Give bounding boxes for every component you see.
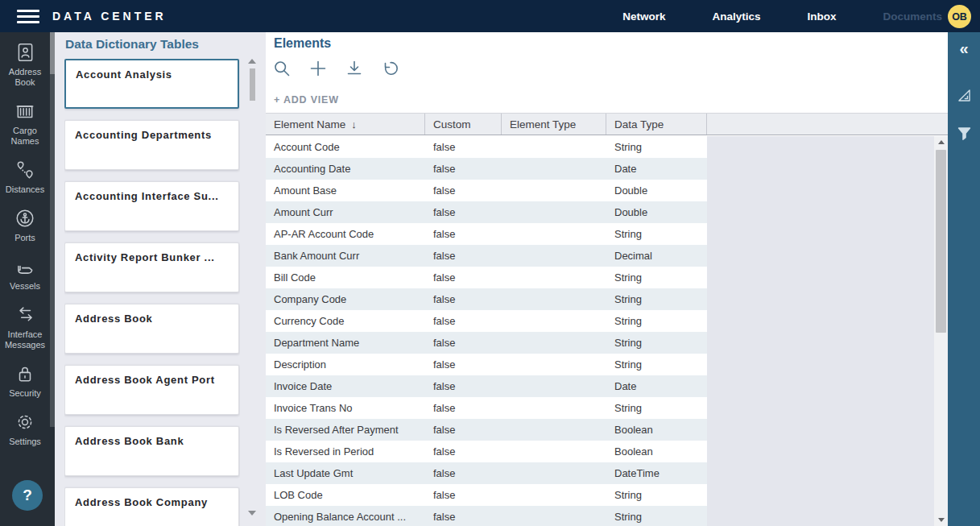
- cell-custom: false: [425, 375, 502, 397]
- search-button[interactable]: [273, 60, 291, 77]
- table-row[interactable]: Bank Amount Curr false Decimal: [266, 245, 707, 267]
- help-button[interactable]: ?: [12, 480, 43, 511]
- cell-data-type: Decimal: [606, 245, 707, 267]
- sidebar: Address Book Cargo Names Distances: [0, 32, 50, 526]
- ship-icon: [14, 256, 35, 277]
- menu-icon[interactable]: [17, 10, 39, 23]
- table-row[interactable]: Last Update Gmt false DateTime: [266, 462, 707, 484]
- list-scroll-down-icon[interactable]: [248, 511, 256, 516]
- table-row[interactable]: Currency Code false String: [266, 310, 707, 332]
- table-row[interactable]: Is Reversed After Payment false Boolean: [266, 419, 707, 441]
- cell-element-type: [502, 375, 606, 397]
- column-header-element-name[interactable]: Element Name ↓: [266, 114, 425, 135]
- cell-custom: false: [425, 223, 502, 245]
- column-header-data-type[interactable]: Data Type: [606, 114, 707, 135]
- add-view-button[interactable]: + ADD VIEW: [274, 94, 339, 106]
- sidebar-item-security[interactable]: Security: [0, 363, 50, 399]
- sidebar-item-distances[interactable]: Distances: [0, 159, 50, 195]
- table-card-title: Address Book: [65, 304, 238, 325]
- add-button[interactable]: [309, 60, 327, 77]
- table-row[interactable]: LOB Code false String: [266, 484, 707, 506]
- cell-element-name: Is Reversed in Period: [266, 441, 425, 462]
- table-row[interactable]: Opening Balance Account ... false String: [266, 506, 707, 526]
- table-card[interactable]: Address Book: [64, 304, 239, 354]
- anchor-icon: [14, 208, 35, 229]
- undo-button[interactable]: [382, 60, 399, 77]
- table-card[interactable]: Accounting Interface Su...: [64, 181, 239, 231]
- cell-element-type: [502, 288, 606, 310]
- cell-element-name: Description: [266, 354, 425, 375]
- cell-element-type: [502, 506, 606, 526]
- table-scrollbar[interactable]: [934, 136, 948, 526]
- search-icon: [273, 60, 291, 77]
- cell-data-type: Double: [606, 201, 707, 223]
- sidebar-item-interface-messages[interactable]: Interface Messages: [0, 304, 50, 350]
- cell-custom: false: [425, 136, 502, 158]
- table-card-title: Account Analysis: [66, 60, 238, 81]
- list-scroll-up-icon[interactable]: [248, 59, 256, 64]
- table-card[interactable]: Account Analysis: [64, 59, 239, 109]
- table-row[interactable]: Company Code false String: [266, 288, 707, 310]
- table-row[interactable]: Description false String: [266, 354, 707, 375]
- sidebar-item-ports[interactable]: Ports: [0, 208, 50, 243]
- cargo-container-icon: [14, 101, 35, 122]
- swap-arrows-icon: [14, 304, 35, 325]
- cell-element-type: [502, 267, 606, 288]
- cell-custom: false: [425, 506, 502, 526]
- cell-element-name: LOB Code: [266, 484, 425, 506]
- table-row[interactable]: Amount Base false Double: [266, 180, 707, 201]
- download-button[interactable]: [345, 60, 363, 77]
- avatar[interactable]: OB: [948, 5, 971, 28]
- elements-toolbar: [273, 60, 399, 77]
- cell-element-name: Amount Base: [266, 180, 425, 201]
- sidebar-item-label: Interface Messages: [0, 329, 50, 350]
- table-card[interactable]: Address Book Agent Port: [64, 365, 239, 415]
- table-row[interactable]: Account Code false String: [266, 136, 707, 158]
- scroll-down-button[interactable]: [934, 514, 948, 526]
- table-card[interactable]: Address Book Bank: [64, 426, 239, 476]
- column-header-custom[interactable]: Custom: [425, 114, 502, 135]
- cell-data-type: Boolean: [606, 419, 707, 441]
- table-scrollbar-thumb[interactable]: [936, 150, 946, 333]
- table-row[interactable]: Accounting Date false Date: [266, 158, 707, 180]
- collapse-panel-button[interactable]: «: [948, 36, 980, 60]
- cell-data-type: DateTime: [606, 462, 707, 484]
- filter-button[interactable]: [948, 121, 980, 145]
- table-row[interactable]: Bill Code false String: [266, 267, 707, 288]
- table-row[interactable]: Invoice Date false Date: [266, 375, 707, 397]
- table-card[interactable]: Activity Report Bunker ...: [64, 242, 239, 292]
- column-header-filler: [707, 114, 948, 135]
- cell-element-name: Opening Balance Account ...: [266, 506, 425, 526]
- nav-analytics[interactable]: Analytics: [712, 10, 760, 23]
- sidebar-item-address-book[interactable]: Address Book: [0, 42, 50, 88]
- table-row[interactable]: Department Name false String: [266, 332, 707, 354]
- cell-data-type: String: [606, 310, 707, 332]
- table-row[interactable]: AP-AR Account Code false String: [266, 223, 707, 245]
- sidebar-item-vessels[interactable]: Vessels: [0, 256, 50, 292]
- cell-element-name: Invoice Date: [266, 375, 425, 397]
- lock-icon: [14, 363, 35, 384]
- sidebar-item-settings[interactable]: Settings: [0, 412, 50, 447]
- list-scrollbar-thumb[interactable]: [250, 68, 255, 101]
- table-card[interactable]: Accounting Departments: [64, 120, 239, 170]
- table-row[interactable]: Is Reversed in Period false Boolean: [266, 441, 707, 462]
- app-title: DATA CENTER: [52, 10, 167, 23]
- column-header-element-type[interactable]: Element Type: [502, 114, 606, 135]
- table-body-area: Account Code false String Accounting Dat…: [266, 136, 934, 526]
- table-row[interactable]: Invoice Trans No false String: [266, 397, 707, 419]
- nav-inbox[interactable]: Inbox: [807, 10, 836, 23]
- sidebar-item-label: Cargo Names: [0, 126, 50, 147]
- scroll-up-button[interactable]: [934, 136, 948, 148]
- nav-network[interactable]: Network: [622, 10, 665, 23]
- table-row[interactable]: Amount Curr false Double: [266, 201, 707, 223]
- cell-data-type: Date: [606, 158, 707, 180]
- elements-title: Elements: [274, 36, 331, 51]
- sidebar-item-cargo-names[interactable]: Cargo Names: [0, 101, 50, 147]
- cell-custom: false: [425, 158, 502, 180]
- table-card[interactable]: Address Book Company: [64, 487, 239, 526]
- measure-tool-button[interactable]: [948, 83, 980, 107]
- table-rows: Account Code false String Accounting Dat…: [266, 136, 707, 526]
- set-square-icon: [956, 87, 973, 104]
- table-header: Element Name ↓ Custom Element Type Data …: [266, 113, 948, 135]
- cell-data-type: String: [606, 354, 707, 375]
